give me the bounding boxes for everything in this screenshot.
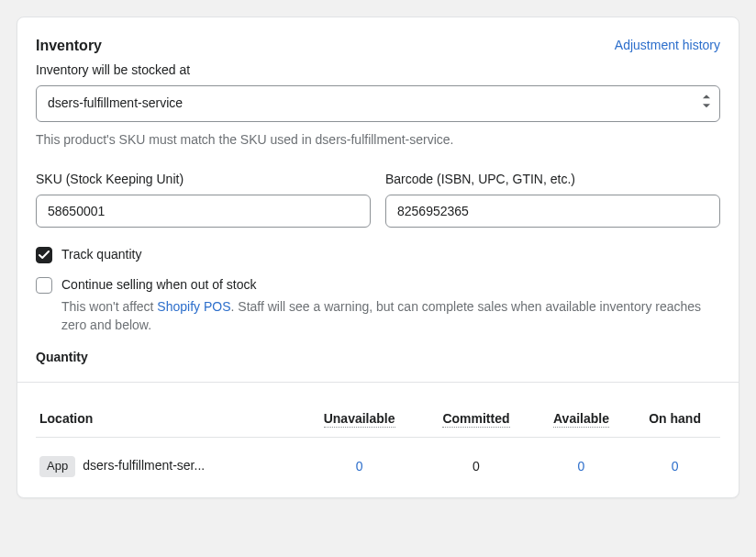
col-location: Location (36, 401, 299, 438)
checkmark-icon (39, 251, 50, 260)
shopify-pos-link[interactable]: Shopify POS (157, 299, 230, 314)
sku-match-help: This product's SKU must match the SKU us… (36, 131, 720, 150)
adjustment-history-link[interactable]: Adjustment history (615, 37, 720, 55)
sku-label: SKU (Stock Keeping Unit) (36, 171, 371, 189)
inventory-title: Inventory (36, 36, 102, 56)
location-name: dsers-fulfillment-ser... (83, 458, 205, 473)
app-badge: App (39, 456, 75, 476)
stocked-at-label: Inventory will be stocked at (36, 61, 720, 80)
table-row: Appdsers-fulfillment-ser... 0 0 0 0 (36, 438, 720, 486)
sku-input[interactable] (36, 195, 371, 228)
track-quantity-label: Track quantity (61, 246, 141, 264)
inventory-card: Inventory Adjustment history Inventory w… (17, 17, 739, 498)
continue-selling-label: Continue selling when out of stock (61, 276, 720, 295)
committed-value: 0 (472, 459, 480, 473)
track-quantity-checkbox[interactable] (36, 247, 52, 263)
fulfillment-service-select[interactable]: dsers-fulfillment-service (36, 85, 720, 122)
col-unavailable[interactable]: Unavailable (299, 401, 419, 438)
col-on-hand: On hand (629, 401, 720, 438)
barcode-label: Barcode (ISBN, UPC, GTIN, etc.) (385, 171, 720, 189)
continue-selling-help: This won't affect Shopify POS. Staff wil… (61, 298, 720, 334)
col-committed[interactable]: Committed (419, 401, 533, 438)
col-available[interactable]: Available (533, 401, 629, 438)
unavailable-value[interactable]: 0 (356, 459, 363, 473)
barcode-input[interactable] (385, 195, 720, 228)
inventory-table: Location Unavailable Committed Available… (36, 401, 720, 486)
continue-selling-checkbox[interactable] (36, 277, 52, 294)
location-cell: Appdsers-fulfillment-ser... (36, 438, 299, 486)
quantity-heading: Quantity (36, 349, 720, 367)
available-value[interactable]: 0 (578, 459, 585, 473)
oversell-help-prefix: This won't affect (61, 299, 157, 314)
on-hand-value[interactable]: 0 (672, 459, 679, 473)
